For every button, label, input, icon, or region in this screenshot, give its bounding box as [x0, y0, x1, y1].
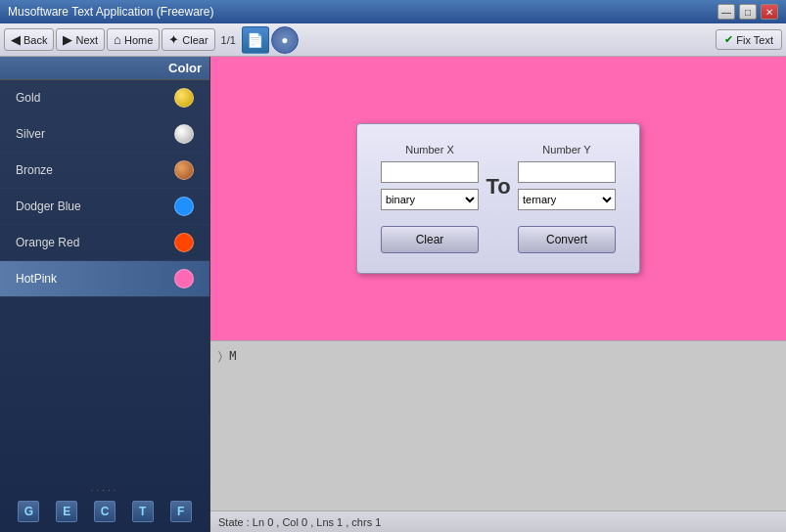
page-number: 1/1 — [217, 34, 240, 46]
orange-red-color-dot — [174, 233, 194, 252]
bronze-color-dot — [174, 160, 194, 180]
sidebar-item-orange-red[interactable]: Orange Red — [0, 225, 209, 261]
tab-document-button[interactable]: 📄 — [242, 26, 269, 54]
hotpink-label: HotPink — [16, 272, 57, 286]
status-bar: State : Ln 0 , Col 0 , Lns 1 , chrs 1 — [210, 510, 786, 532]
back-icon: ◀ — [11, 32, 21, 47]
document-icon: 📄 — [247, 32, 263, 48]
text-content: 〉 M — [214, 345, 782, 367]
status-text: State : Ln 0 , Col 0 , Lns 1 , chrs 1 — [218, 516, 381, 528]
sidebar-item-dodger-blue[interactable]: Dodger Blue — [0, 189, 209, 225]
sidebar-header: Color — [0, 57, 209, 80]
letter-f-button[interactable]: F — [170, 501, 192, 522]
bronze-label: Bronze — [16, 163, 53, 177]
silver-color-dot — [174, 124, 194, 144]
number-y-label: Number Y — [518, 144, 616, 155]
converter-area: Number X binary octal decimal hexadecima… — [210, 57, 786, 340]
converter-box: Number X binary octal decimal hexadecima… — [356, 123, 640, 274]
text-area-container[interactable]: 〉 M — [210, 340, 786, 510]
back-button[interactable]: ◀ Back — [4, 28, 54, 51]
sidebar-item-hotpink[interactable]: HotPink — [0, 261, 209, 297]
sidebar-dots: ..... — [6, 482, 204, 493]
dodger-blue-color-dot — [174, 197, 194, 216]
tab-circle-button[interactable]: ● — [271, 26, 299, 54]
close-button[interactable]: ✕ — [761, 4, 778, 20]
orange-red-label: Orange Red — [16, 236, 79, 249]
silver-label: Silver — [16, 127, 45, 141]
sidebar-bottom: ..... G E C T F — [0, 476, 209, 532]
from-format-select[interactable]: binary octal decimal hexadecimal ternary — [381, 189, 479, 210]
to-format-select[interactable]: binary octal decimal hexadecimal ternary — [518, 189, 616, 210]
gold-color-dot — [174, 88, 194, 108]
converter-inputs-row: Number X binary octal decimal hexadecima… — [381, 144, 616, 210]
circle-icon: ● — [281, 33, 288, 47]
main-container: ◀ Back ▶ Next ⌂ Home ✦ Clear 1/1 📄 ● ✔ F… — [0, 23, 786, 532]
next-icon: ▶ — [63, 32, 72, 47]
sidebar-item-bronze[interactable]: Bronze — [0, 153, 209, 189]
gold-label: Gold — [16, 91, 40, 105]
fix-icon: ✔ — [724, 33, 733, 46]
letter-t-button[interactable]: T — [132, 501, 154, 522]
number-x-input[interactable] — [381, 161, 479, 183]
sidebar: Color Gold Silver Bronze Dodger Blue Ora… — [0, 57, 210, 532]
sidebar-item-silver[interactable]: Silver — [0, 116, 209, 153]
sidebar-item-gold[interactable]: Gold — [0, 80, 209, 116]
title-bar-controls: — □ ✕ — [717, 4, 778, 20]
number-x-label: Number X — [381, 144, 479, 155]
fix-text-button[interactable]: ✔ Fix Text — [716, 29, 782, 50]
minimize-button[interactable]: — — [717, 4, 735, 20]
clear-toolbar-button[interactable]: ✦ Clear — [162, 28, 214, 51]
home-icon: ⌂ — [114, 32, 121, 47]
sidebar-letters: G E C T F — [6, 497, 204, 526]
clear-icon: ✦ — [168, 32, 179, 47]
hotpink-color-dot — [174, 269, 194, 288]
app-title: Musoftware Text Application (Freeware) — [8, 5, 214, 19]
dodger-blue-label: Dodger Blue — [16, 200, 81, 213]
title-bar: Musoftware Text Application (Freeware) —… — [0, 0, 786, 23]
letter-c-button[interactable]: C — [94, 501, 116, 522]
number-x-column: Number X binary octal decimal hexadecima… — [381, 144, 479, 210]
convert-button[interactable]: Convert — [518, 226, 616, 253]
to-label: To — [485, 155, 510, 200]
number-y-input[interactable] — [518, 161, 616, 183]
home-button[interactable]: ⌂ Home — [107, 28, 160, 51]
converter-buttons-row: Clear Convert — [381, 226, 616, 253]
content-area: Color Gold Silver Bronze Dodger Blue Ora… — [0, 57, 786, 532]
next-button[interactable]: ▶ Next — [56, 28, 105, 51]
clear-button[interactable]: Clear — [381, 226, 479, 253]
maximize-button[interactable]: □ — [739, 4, 757, 20]
number-y-column: Number Y binary octal decimal hexadecima… — [518, 144, 616, 210]
cursor-symbol: 〉 — [218, 349, 222, 363]
letter-g-button[interactable]: G — [18, 501, 39, 522]
text-body: M — [229, 349, 236, 363]
letter-e-button[interactable]: E — [56, 501, 77, 522]
main-panel: Number X binary octal decimal hexadecima… — [210, 57, 786, 532]
toolbar: ◀ Back ▶ Next ⌂ Home ✦ Clear 1/1 📄 ● ✔ F… — [0, 23, 786, 57]
